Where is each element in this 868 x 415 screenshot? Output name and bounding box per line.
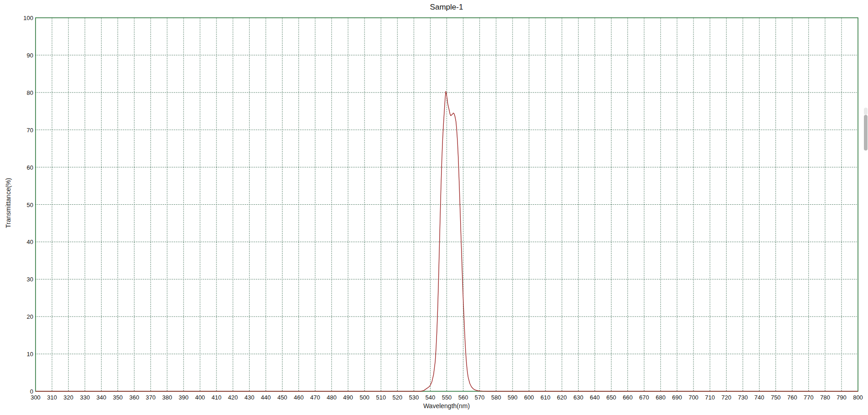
x-tick-label: 550 [442, 394, 452, 401]
x-tick-label: 370 [146, 394, 156, 401]
y-tick-label: 10 [27, 351, 33, 358]
x-tick-label: 730 [738, 394, 748, 401]
x-tick-label: 560 [458, 394, 468, 401]
x-tick-label: 330 [80, 394, 90, 401]
y-tick-label: 100 [23, 15, 33, 21]
x-tick-label: 350 [113, 394, 123, 401]
x-tick-label: 500 [360, 394, 370, 401]
y-tick-label: 90 [27, 52, 33, 58]
x-tick-label: 640 [590, 394, 600, 401]
x-tick-label: 610 [540, 394, 550, 401]
x-tick-label: 530 [409, 394, 419, 401]
x-tick-label: 340 [97, 394, 107, 401]
x-tick-label: 700 [688, 394, 699, 401]
y-tick-label: 50 [27, 201, 33, 208]
scrollbar-track[interactable] [864, 108, 868, 115]
x-tick-label: 450 [277, 394, 288, 401]
scrollbar-thumb[interactable] [864, 115, 868, 150]
x-tick-label: 420 [228, 394, 238, 401]
x-tick-label: 650 [606, 394, 616, 401]
x-tick-label: 580 [491, 394, 501, 401]
x-tick-label: 480 [327, 394, 337, 401]
gridlines [36, 18, 858, 391]
x-tick-label: 690 [672, 394, 682, 401]
x-tick-label: 770 [804, 394, 814, 401]
x-tick-label: 300 [31, 394, 41, 401]
x-tick-label: 430 [244, 394, 254, 401]
x-tick-label: 750 [771, 394, 781, 401]
x-tick-label: 660 [623, 394, 633, 401]
x-tick-label: 380 [162, 394, 172, 401]
y-tick-label: 70 [27, 126, 33, 133]
x-tick-label: 680 [656, 394, 666, 401]
screen: { "title": "Sample-1", "chart_data": { "… [0, 0, 868, 415]
x-tick-label: 620 [557, 394, 567, 401]
x-tick-label: 790 [837, 394, 847, 401]
x-tick-label: 800 [853, 394, 863, 401]
y-tick-label: 40 [27, 239, 33, 245]
x-tick-label: 310 [47, 394, 57, 401]
x-tick-label: 510 [376, 394, 386, 401]
x-tick-label: 590 [508, 394, 518, 401]
y-tick-label: 60 [27, 164, 33, 171]
y-tick-label: 30 [27, 276, 33, 283]
chart-canvas: Sample-1 Transmittance(%) Wavelength(nm)… [0, 0, 868, 415]
x-tick-label: 740 [755, 394, 765, 401]
y-tick-label: 80 [27, 89, 33, 96]
x-tick-label: 440 [261, 394, 271, 401]
x-tick-label: 720 [721, 394, 731, 401]
x-tick-label: 520 [392, 394, 402, 401]
x-tick-label: 570 [475, 394, 485, 401]
x-tick-label: 460 [294, 394, 304, 401]
y-tick-label: 0 [30, 388, 33, 395]
x-tick-label: 780 [820, 394, 830, 401]
x-tick-label: 710 [705, 394, 715, 401]
x-tick-label: 490 [343, 394, 353, 401]
x-tick-label: 600 [524, 394, 534, 401]
plot-area [0, 0, 868, 415]
x-tick-label: 410 [211, 394, 221, 401]
x-tick-label: 540 [426, 394, 436, 401]
x-tick-label: 320 [63, 394, 73, 401]
x-tick-label: 390 [179, 394, 189, 401]
y-tick-label: 20 [27, 313, 33, 320]
x-tick-label: 760 [787, 394, 797, 401]
x-tick-label: 670 [639, 394, 649, 401]
x-tick-label: 470 [310, 394, 320, 401]
x-tick-label: 400 [195, 394, 205, 401]
x-tick-label: 360 [129, 394, 139, 401]
x-tick-label: 630 [573, 394, 583, 401]
